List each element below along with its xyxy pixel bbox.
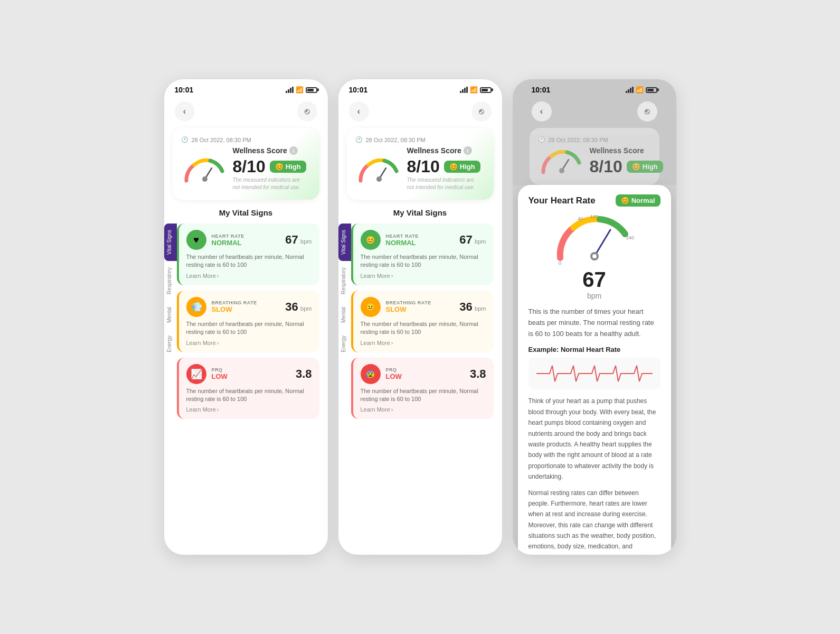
svg-text:240: 240 [626, 235, 634, 240]
wellness-bg-3: 🕐 28 Oct 2022, 08:30 PM [530, 128, 659, 185]
vital-value-breathing-2: 36 bpm [459, 300, 486, 314]
svg-point-5 [559, 168, 564, 173]
tab-vital-2[interactable]: Vital Signs [338, 223, 351, 261]
battery-icon-2 [480, 87, 492, 93]
time-2: 10:01 [349, 86, 368, 94]
phone-screen-1: 10:01 📶 ‹ ⎋ 🕐 28 Oct 2022, 08:30 PM [164, 79, 328, 555]
gauge-1 [181, 155, 229, 184]
vital-value-breathing-1: 36 bpm [285, 300, 312, 314]
screen3-top: 10:01 📶 ‹ ⎋ 🕐 [513, 79, 676, 185]
vital-card-breathing-1: 💨 BREATHING RATE SLOW 36 bpm The number … [177, 291, 319, 352]
wellness-card-1: 🕐 28 Oct 2022, 08:30 PM [173, 128, 319, 200]
vital-value-heart-2: 67 bpm [459, 233, 486, 247]
heart-rate-card: Your Heart Rate 😊 Normal [518, 185, 671, 555]
back-button-3[interactable]: ‹ [532, 101, 552, 122]
vital-card-heart-2: 😊 HEART RATE NORMAL 67 bpm The number of… [351, 223, 494, 285]
vital-signs-2: My Vital Signs Vital Signs Respiratory M… [338, 208, 502, 423]
vital-info-heart-1: HEART RATE NORMAL [212, 234, 280, 247]
phone-screen-2: 10:01 📶 ‹ ⎋ 🕐 28 Oct 2022, 08:30 PM [338, 79, 502, 555]
prq-icon-2: 😰 [361, 364, 381, 384]
wellness-date-2: 🕐 28 Oct 2022, 08:30 PM [355, 136, 485, 143]
wellness-score-2: 8/10 [407, 157, 440, 176]
header-2: ‹ ⎋ [338, 97, 502, 128]
share-button-2[interactable]: ⎋ [471, 101, 492, 122]
status-icons-1: 📶 [286, 86, 317, 94]
vital-card-prq-2: 😰 PRQ LOW 3.8 The number of heartbeats p… [351, 358, 494, 419]
heart-rate-header: Your Heart Rate 😊 Normal [528, 194, 660, 207]
vital-info-breathing-2: BREATHING RATE SLOW [386, 300, 455, 313]
vital-info-prq-1: PRQ LOW [212, 367, 290, 380]
hr-body-text-1: Think of your heart as a pump that pushe… [528, 396, 660, 482]
status-icons-2: 📶 [460, 86, 492, 94]
vital-card-heart-1: ♥ HEART RATE NORMAL 67 bpm The number of… [177, 223, 319, 285]
vital-info-breathing-1: BREATHING RATE SLOW [212, 300, 280, 313]
hr-body-text-2: Normal resting rates can differ between … [528, 488, 660, 552]
info-icon-1[interactable]: i [289, 146, 298, 155]
tabs-outer-2: Vital Signs Respiratory Mental Energy 😊 … [338, 223, 502, 419]
tab-energy-1[interactable]: Energy [164, 329, 177, 359]
wifi-icon-2: 📶 [470, 86, 478, 94]
hr-description: This is the number of times your heart b… [528, 306, 660, 339]
prq-icon-1: 📈 [186, 364, 206, 384]
status-bar-2: 10:01 📶 [338, 79, 502, 97]
back-button-2[interactable]: ‹ [349, 101, 369, 122]
normal-badge: 😊 Normal [616, 194, 660, 207]
wellness-date-3: 🕐 28 Oct 2022, 08:30 PM [538, 136, 651, 143]
vital-value-heart-1: 67 bpm [285, 233, 312, 247]
gauge-3 [538, 147, 586, 176]
tab-mental-2[interactable]: Mental [338, 301, 351, 329]
wellness-score-label-1: Wellness Score i [233, 146, 311, 155]
battery-icon-3 [646, 87, 657, 93]
wellness-card-2: 🕐 28 Oct 2022, 08:30 PM [347, 128, 494, 200]
time-3: 10:01 [532, 86, 551, 94]
breathing-icon-1: 💨 [186, 297, 206, 317]
learn-more-breathing-2[interactable]: Learn More › [361, 340, 486, 346]
share-button-1[interactable]: ⎋ [297, 101, 317, 122]
tab-mental-1[interactable]: Mental [164, 301, 177, 329]
share-button-3[interactable]: ⎋ [637, 101, 657, 122]
learn-more-heart-2[interactable]: Learn More › [361, 273, 486, 279]
wifi-icon-3: 📶 [636, 86, 644, 94]
vital-signs-1: My Vital Signs Vital Signs Respiratory M… [164, 208, 328, 423]
vital-card-prq-1: 📈 PRQ LOW 3.8 The number of heartbeats p… [177, 358, 319, 419]
wellness-score-label-3: Wellness Score [590, 146, 663, 155]
learn-more-breathing-1[interactable]: Learn More › [186, 340, 312, 346]
info-icon-2[interactable]: i [464, 146, 472, 155]
back-button-1[interactable]: ‹ [175, 101, 195, 122]
tab-respiratory-1[interactable]: Respiratory [164, 261, 177, 301]
tab-respiratory-2[interactable]: Respiratory [338, 261, 351, 301]
learn-more-heart-1[interactable]: Learn More › [186, 273, 312, 279]
vital-cards-2: 😊 HEART RATE NORMAL 67 bpm The number of… [351, 223, 502, 419]
tab-vital-1[interactable]: Vital Signs [164, 223, 177, 261]
vital-info-heart-2: HEART RATE NORMAL [386, 234, 455, 247]
learn-more-prq-1[interactable]: Learn More › [186, 406, 312, 413]
tabs-outer-1: Vital Signs Respiratory Mental Energy ♥ … [164, 223, 328, 419]
breathing-icon-2: 😐 [361, 297, 381, 317]
header-3: ‹ ⎋ [521, 97, 668, 128]
heart-rate-title: Your Heart Rate [528, 195, 596, 206]
vital-card-breathing-2: 😐 BREATHING RATE SLOW 36 bpm The number … [351, 291, 494, 352]
svg-text:120: 120 [590, 214, 598, 219]
wellness-date-1: 🕐 28 Oct 2022, 08:30 PM [181, 136, 311, 143]
battery-icon-1 [306, 87, 317, 93]
status-bar-1: 10:01 📶 [164, 79, 328, 97]
wellness-score-label-2: Wellness Score i [407, 146, 485, 155]
signal-icon-3 [626, 87, 634, 93]
heart-icon-1: ♥ [186, 230, 206, 250]
svg-text:0: 0 [559, 260, 561, 266]
gauge-2 [355, 155, 403, 184]
status-bar-3: 10:01 📶 [521, 79, 668, 97]
vital-value-prq-2: 3.8 [470, 367, 486, 381]
high-badge-1: 😊 High [270, 161, 306, 173]
vital-cards-1: ♥ HEART RATE NORMAL 67 bpm The number of… [177, 223, 328, 419]
high-badge-2: 😊 High [444, 161, 480, 173]
learn-more-prq-2[interactable]: Learn More › [361, 406, 486, 413]
score-note-2: The measured indicators are not intended… [407, 176, 481, 191]
tab-sidebar-2: Vital Signs Respiratory Mental Energy [338, 223, 351, 419]
svg-text:40: 40 [578, 216, 583, 221]
vital-value-prq-1: 3.8 [296, 367, 312, 381]
wifi-icon-1: 📶 [296, 86, 304, 94]
tab-energy-2[interactable]: Energy [338, 329, 351, 359]
heart-icon-2: 😊 [361, 230, 381, 250]
high-badge-3: 😊 High [627, 161, 663, 173]
